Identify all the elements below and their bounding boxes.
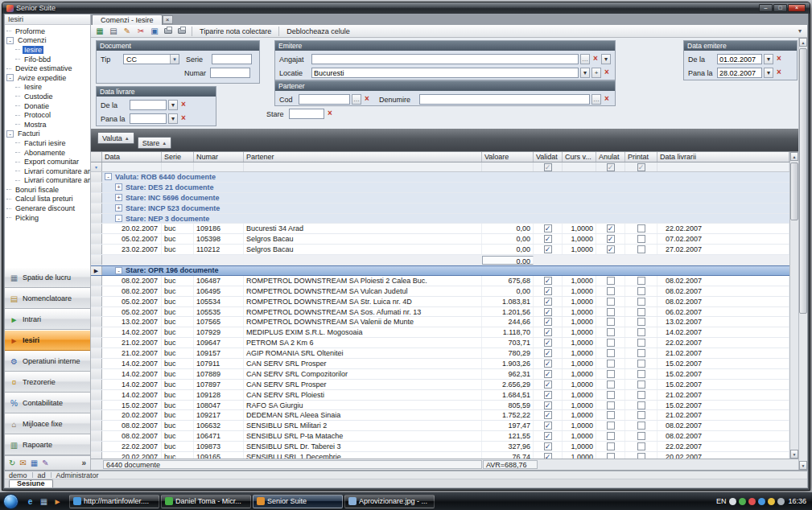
table-row[interactable]: 05.02.2007buc105534ROMPETROL DOWNSTREAM …	[91, 297, 789, 307]
table-row[interactable]: 14.02.2007buc107911CAN SERV SRL Prosper1…	[91, 359, 789, 369]
tree-item[interactable]: Abonamente	[5, 148, 90, 158]
column-header-validat[interactable]: Validat	[534, 152, 563, 162]
checkbox[interactable]: ✓	[544, 287, 552, 295]
checkbox[interactable]: ✓	[544, 224, 552, 232]
scrollbar-thumb[interactable]	[799, 48, 807, 314]
sidebar-section-nomenclatoare[interactable]: ▤Nomenclatoare	[5, 288, 90, 309]
export-excel-icon[interactable]: ▦	[93, 26, 106, 37]
tree-item[interactable]: Devize estimative	[5, 64, 90, 73]
table-row[interactable]: 13.02.2007buc107565ROMPETROL DOWNSTREAM …	[91, 317, 789, 327]
main-scrollbar[interactable]: ▲ ▼	[798, 38, 807, 470]
group-row[interactable]: +Stare: DES 21 documente	[91, 183, 789, 193]
print-icon[interactable]	[162, 26, 175, 37]
clear-icon[interactable]: ×	[775, 54, 783, 64]
close-button[interactable]: ×	[788, 4, 806, 12]
sidebar-section-mijloace-fixe[interactable]: ⌂Mijloace fixe	[5, 413, 90, 434]
filter-cell[interactable]: ✓	[596, 162, 625, 171]
tree-item[interactable]: Proforme	[5, 27, 90, 36]
media-icon[interactable]: ►	[52, 496, 64, 508]
group-button-valuta[interactable]: Valuta▲	[97, 132, 134, 144]
clear-icon[interactable]: ×	[326, 109, 334, 119]
tree-item[interactable]: Generare discount	[5, 204, 90, 213]
anulat-filter-checkbox[interactable]: ✓	[607, 163, 615, 171]
checkbox[interactable]	[607, 391, 615, 399]
tree-item[interactable]: Livrari comunitare art 14...	[5, 167, 90, 176]
checkbox[interactable]	[637, 287, 645, 295]
chevron-down-icon[interactable]: ▾	[601, 54, 611, 64]
checkbox[interactable]: ✓	[544, 411, 552, 419]
sidebar-section-spatiu-de-lucru[interactable]: ▦Spatiu de lucru	[5, 267, 90, 288]
sidebar-section-rapoarte[interactable]: ▥Rapoarte	[5, 434, 90, 455]
data-emitere-panel-header[interactable]: Data emitere	[684, 41, 797, 51]
checkbox[interactable]	[637, 370, 645, 378]
edit-icon[interactable]: ✎	[121, 26, 134, 37]
clock[interactable]: 16:36	[788, 497, 806, 505]
tab-comenzi-iesire[interactable]: Comenzi - Iesire	[92, 14, 163, 25]
group-row[interactable]: ▶-Stare: OPR 196 documente	[91, 265, 789, 276]
checkbox[interactable]: ✓	[544, 401, 552, 409]
tree-item[interactable]: Calcul lista preturi	[5, 195, 90, 204]
clear-icon[interactable]: ×	[363, 94, 371, 105]
calendar-dropdown-icon[interactable]: ▾	[168, 113, 178, 124]
table-row[interactable]: 14.02.2007buc109128CAN SERV SRL Ploiesti…	[91, 390, 789, 401]
group-expand-icon[interactable]: -	[115, 215, 122, 222]
table-row[interactable]: 08.02.2007buc106495ROMPETROL DOWNSTREAM …	[91, 286, 789, 297]
more-icon[interactable]: »	[81, 459, 86, 467]
checkbox[interactable]: ✓	[607, 245, 615, 253]
checkbox[interactable]	[637, 453, 645, 459]
chevron-down-icon[interactable]: ▾	[170, 55, 179, 64]
scroll-up-icon[interactable]: ▲	[799, 38, 807, 47]
copy-icon[interactable]: ▣	[148, 26, 161, 37]
tab-close-button[interactable]: ×	[163, 15, 173, 24]
tree-item[interactable]: Picking	[5, 213, 90, 223]
task-button[interactable]: Daniel Toma - Micr...	[161, 495, 251, 508]
tree-expand-icon[interactable]: -	[6, 130, 14, 138]
checkbox[interactable]	[637, 422, 645, 430]
minimize-button[interactable]: –	[759, 4, 773, 12]
refresh-icon[interactable]: ↻	[9, 459, 15, 467]
scroll-down-icon[interactable]: ▼	[799, 461, 807, 470]
de-la-livrare-input[interactable]	[130, 100, 167, 110]
column-header-serie[interactable]: Serie	[162, 152, 194, 162]
checkbox[interactable]: ✓	[544, 453, 552, 459]
checkbox[interactable]	[637, 442, 645, 450]
printat-filter-checkbox[interactable]: ✓	[637, 163, 645, 171]
checkbox[interactable]	[607, 339, 615, 347]
document-panel-header[interactable]: Document	[97, 41, 259, 51]
checkbox[interactable]: ✓	[607, 235, 615, 243]
table-row[interactable]: 08.02.2007buc106471SENSIBLU SRL P-ta Mat…	[91, 431, 789, 442]
checkbox[interactable]: ✓	[544, 339, 552, 347]
tree-expand-icon[interactable]: -	[6, 37, 14, 44]
add-button[interactable]: +	[591, 68, 601, 78]
group-row[interactable]: -Valuta: ROB 6440 documente	[91, 172, 789, 183]
clear-icon[interactable]: ×	[775, 68, 783, 78]
sidebar-section-iesiri[interactable]: ►Iesiri	[5, 330, 90, 351]
filter-icon[interactable]: ▼	[94, 165, 98, 170]
group-button-stare[interactable]: Stare▲	[138, 137, 171, 149]
filter-cell[interactable]	[194, 162, 244, 171]
checkbox[interactable]: ✓	[544, 442, 552, 450]
checkbox[interactable]: ✓	[544, 380, 552, 389]
checkbox[interactable]	[637, 308, 645, 316]
tray-icon[interactable]	[748, 498, 756, 505]
maximize-button[interactable]: □	[773, 4, 787, 12]
filter-cell[interactable]	[102, 162, 162, 171]
statusbar-item-ad[interactable]: ad	[38, 471, 46, 479]
start-button[interactable]	[3, 494, 19, 509]
table-row[interactable]: 23.02.2007buc110212Selgros Bacau0,00✓1,0…	[91, 245, 789, 255]
tree-item[interactable]: Export comunitar	[5, 157, 90, 167]
table-row[interactable]: 08.02.2007buc106487ROMPETROL DOWNSTREAM …	[91, 276, 789, 286]
stare-input[interactable]	[289, 109, 324, 119]
clear-icon[interactable]: ×	[591, 54, 600, 64]
table-row[interactable]: 15.02.2007buc108047RAFO SA Giurgiu805,59…	[91, 401, 789, 411]
checkbox[interactable]: ✓	[544, 298, 552, 306]
tip-select[interactable]: CC▾	[123, 54, 179, 64]
tree-item[interactable]: Iesire	[5, 45, 90, 55]
checkbox[interactable]: ✓	[544, 370, 552, 378]
statusbar-item-demo[interactable]: demo	[9, 471, 27, 479]
checkbox[interactable]	[607, 411, 615, 419]
sidebar-section-contabilitate[interactable]: %Contabilitate	[5, 393, 90, 413]
angajat-input[interactable]	[311, 54, 579, 64]
group-row[interactable]: -Stare: NEP 3 documente	[91, 214, 789, 224]
column-header-data[interactable]: Data	[102, 152, 162, 162]
